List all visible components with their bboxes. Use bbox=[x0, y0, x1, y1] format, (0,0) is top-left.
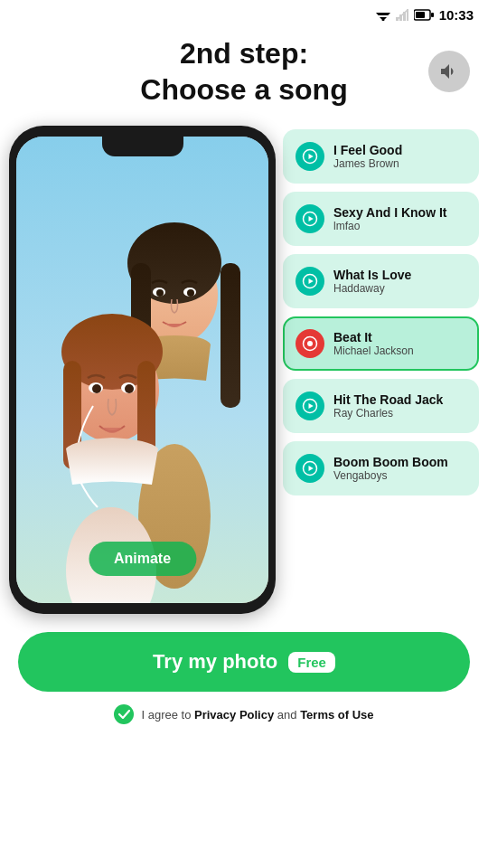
page-title: 2nd step: Choose a song bbox=[54, 35, 434, 108]
terms-text: I agree to Privacy Policy and Terms of U… bbox=[141, 708, 373, 722]
svg-rect-10 bbox=[431, 13, 434, 17]
svg-rect-11 bbox=[416, 12, 425, 18]
wifi-icon bbox=[376, 9, 390, 21]
song-item[interactable]: Hit The Road JackRay Charles bbox=[283, 379, 479, 433]
phone-notch bbox=[102, 137, 183, 156]
song-item[interactable]: Boom Boom BoomVengaboys bbox=[283, 441, 479, 495]
volume-icon bbox=[438, 61, 460, 82]
terms-check-icon[interactable] bbox=[114, 704, 134, 724]
status-time: 10:33 bbox=[439, 7, 474, 23]
song-info: I Feel GoodJames Brown bbox=[333, 143, 466, 171]
terms-of-use-link[interactable]: Terms of Use bbox=[300, 708, 373, 722]
song-artist: James Brown bbox=[333, 157, 466, 170]
signal-icon bbox=[396, 9, 408, 21]
bottom-section: Try my photo Free I agree to Privacy Pol… bbox=[0, 614, 488, 733]
song-artist: Haddaway bbox=[333, 282, 466, 295]
free-badge: Free bbox=[288, 652, 335, 673]
song-title: Boom Boom Boom bbox=[333, 455, 466, 470]
song-artist: Ray Charles bbox=[333, 407, 466, 420]
svg-point-40 bbox=[307, 341, 313, 346]
animate-button[interactable]: Animate bbox=[89, 542, 196, 576]
song-title: Beat It bbox=[333, 330, 466, 345]
try-photo-text: Try my photo bbox=[153, 650, 277, 674]
svg-rect-18 bbox=[221, 263, 240, 408]
song-play-icon bbox=[296, 329, 324, 358]
battery-icon bbox=[414, 9, 434, 21]
song-play-icon bbox=[296, 454, 324, 483]
header: 2nd step: Choose a song bbox=[0, 26, 488, 117]
phone-screen: Animate bbox=[16, 137, 268, 603]
song-title: What Is Love bbox=[333, 268, 466, 283]
song-title: I Feel Good bbox=[333, 143, 466, 158]
try-photo-button[interactable]: Try my photo Free bbox=[18, 632, 470, 692]
song-item[interactable]: What Is LoveHaddaway bbox=[283, 254, 479, 308]
status-bar: 10:33 bbox=[0, 0, 488, 26]
song-item[interactable]: Sexy And I Know Itlmfao bbox=[283, 192, 479, 246]
privacy-policy-link[interactable]: Privacy Policy bbox=[194, 708, 274, 722]
song-play-icon bbox=[296, 204, 324, 233]
song-info: Boom Boom BoomVengaboys bbox=[333, 455, 466, 483]
avatar-scene bbox=[16, 137, 268, 603]
song-artist: Vengaboys bbox=[333, 469, 466, 482]
volume-button[interactable] bbox=[428, 51, 470, 92]
main-content: Animate I Feel GoodJames BrownSexy And I… bbox=[0, 126, 488, 614]
phone-frame: Animate bbox=[9, 126, 276, 614]
phone-container: Animate bbox=[9, 126, 276, 614]
song-list: I Feel GoodJames BrownSexy And I Know It… bbox=[283, 126, 479, 495]
svg-point-31 bbox=[92, 384, 101, 393]
terms-row: I agree to Privacy Policy and Terms of U… bbox=[18, 704, 470, 724]
song-title: Sexy And I Know It bbox=[333, 205, 466, 221]
song-info: Sexy And I Know Itlmfao bbox=[333, 205, 466, 233]
song-info: Hit The Road JackRay Charles bbox=[333, 392, 466, 420]
svg-point-22 bbox=[187, 289, 194, 297]
song-item[interactable]: I Feel GoodJames Brown bbox=[283, 129, 479, 184]
song-artist: lmfao bbox=[333, 220, 466, 232]
song-item[interactable]: Beat ItMichael Jackson bbox=[283, 316, 479, 371]
song-play-icon bbox=[296, 392, 324, 420]
song-play-icon bbox=[296, 142, 324, 171]
svg-point-32 bbox=[125, 384, 134, 393]
song-info: What Is LoveHaddaway bbox=[333, 268, 466, 296]
song-artist: Michael Jackson bbox=[333, 344, 466, 357]
song-info: Beat ItMichael Jackson bbox=[333, 330, 466, 358]
song-title: Hit The Road Jack bbox=[333, 392, 466, 408]
song-play-icon bbox=[296, 267, 324, 296]
svg-point-21 bbox=[156, 289, 164, 297]
